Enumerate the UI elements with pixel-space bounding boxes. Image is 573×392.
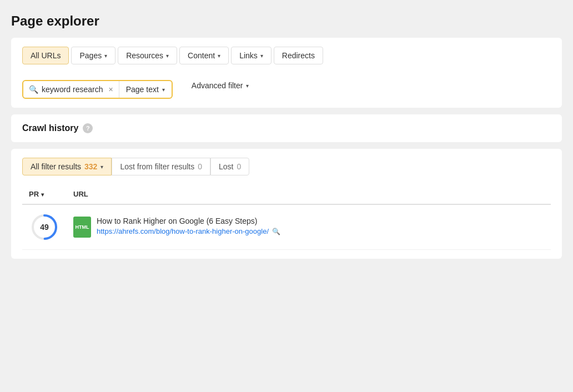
tab-links-arrow: ▾: [260, 53, 263, 59]
col-pr-label: PR: [29, 190, 39, 198]
results-bar: All filter results 332 ▾ Lost from filte…: [22, 158, 551, 175]
page-title: Page explorer: [11, 13, 562, 29]
url-info: How to Rank Higher on Google (6 Easy Ste…: [97, 217, 280, 235]
crawl-history-title: Crawl history ?: [22, 123, 551, 133]
results-tab-lost-from-filter-label: Lost from filter results: [120, 162, 194, 171]
search-field[interactable]: 🔍 keyword research ×: [23, 81, 119, 98]
col-url-label: URL: [73, 190, 88, 198]
page-text-arrow: ▾: [162, 87, 165, 93]
tab-content[interactable]: Content ▾: [179, 47, 229, 64]
table-row: 49 HTML How to Rank Higher on Google (6 …: [22, 204, 551, 250]
tab-content-label: Content: [188, 51, 215, 60]
clear-search-button[interactable]: ×: [109, 85, 113, 94]
results-tab-lost-from-filter-count: 0: [198, 162, 202, 171]
results-tab-lost-count: 0: [237, 162, 241, 171]
url-link[interactable]: https://ahrefs.com/blog/how-to-rank-high…: [97, 227, 269, 235]
tab-resources-label: Resources: [126, 51, 163, 60]
url-cell-inner: HTML How to Rank Higher on Google (6 Eas…: [73, 217, 544, 238]
search-value: keyword research: [42, 85, 103, 94]
pr-cell: 49: [22, 204, 67, 250]
file-type-label: HTML: [76, 224, 89, 230]
page-text-label: Page text: [126, 85, 159, 94]
col-header-pr[interactable]: PR ▾: [22, 184, 67, 204]
tab-pages[interactable]: Pages ▾: [71, 47, 115, 64]
results-tab-all-label: All filter results: [31, 162, 81, 171]
page-wrapper: Page explorer All URLs Pages ▾ Resources…: [0, 0, 573, 392]
tab-all-urls-label: All URLs: [31, 51, 61, 60]
filter-row: 🔍 keyword research × Page text ▾: [22, 80, 173, 99]
url-link-row: https://ahrefs.com/blog/how-to-rank-high…: [97, 227, 280, 235]
pr-value: 49: [40, 223, 49, 232]
url-search-icon[interactable]: 🔍: [272, 228, 280, 235]
tab-resources[interactable]: Resources ▾: [118, 47, 177, 64]
results-tab-all-count: 332: [84, 162, 97, 171]
col-pr-sort-icon: ▾: [41, 192, 44, 198]
col-header-url: URL: [67, 184, 551, 204]
filter-card: All URLs Pages ▾ Resources ▾ Content ▾ L…: [11, 38, 562, 108]
tab-resources-arrow: ▾: [166, 53, 169, 59]
results-card: All filter results 332 ▾ Lost from filte…: [11, 149, 562, 259]
results-table: PR ▾ URL: [22, 184, 551, 250]
tab-redirects-label: Redirects: [282, 51, 315, 60]
results-tab-all-arrow: ▾: [100, 164, 103, 170]
search-icon: 🔍: [29, 85, 38, 94]
results-tab-lost-label: Lost: [219, 162, 233, 171]
advanced-filter-button[interactable]: Advanced filter ▾: [184, 77, 257, 94]
tab-bar: All URLs Pages ▾ Resources ▾ Content ▾ L…: [22, 47, 551, 64]
tab-redirects[interactable]: Redirects: [274, 47, 323, 64]
tab-links[interactable]: Links ▾: [231, 47, 272, 64]
page-text-dropdown[interactable]: Page text ▾: [119, 81, 172, 98]
tab-pages-arrow: ▾: [104, 53, 107, 59]
html-file-icon: HTML: [73, 217, 91, 238]
results-tab-lost-from-filter[interactable]: Lost from filter results 0: [112, 158, 210, 175]
crawl-history-label: Crawl history: [22, 123, 78, 133]
advanced-filter-label: Advanced filter: [192, 81, 243, 90]
results-tab-lost[interactable]: Lost 0: [210, 158, 249, 175]
tab-links-label: Links: [239, 51, 258, 60]
advanced-filter-arrow: ▾: [246, 83, 249, 89]
tab-content-arrow: ▾: [218, 53, 220, 59]
page-title-text: How to Rank Higher on Google (6 Easy Ste…: [97, 217, 280, 225]
tab-pages-label: Pages: [79, 51, 102, 60]
url-cell: HTML How to Rank Higher on Google (6 Eas…: [67, 204, 551, 250]
results-tab-all[interactable]: All filter results 332 ▾: [22, 158, 112, 175]
pr-circle: 49: [30, 213, 59, 242]
crawl-history-help-icon[interactable]: ?: [83, 123, 93, 133]
crawl-history-card: Crawl history ?: [11, 114, 562, 142]
tab-all-urls[interactable]: All URLs: [22, 47, 69, 64]
